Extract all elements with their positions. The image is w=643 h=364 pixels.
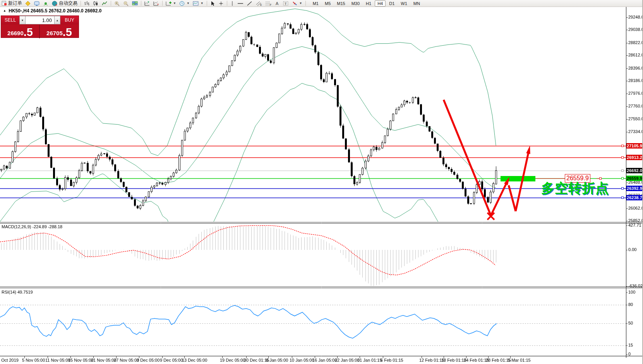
sell-price[interactable]: 26690 .5 [1,25,40,38]
new-order-button[interactable]: 新订单 [0,0,24,7]
signals-icon [43,1,49,6]
price-tick: 28612.0 [628,53,643,57]
timeframe-button-D1[interactable]: D1 [386,0,397,7]
buy-price[interactable]: 26705 .5 [40,25,79,38]
horizontal-line-button[interactable] [236,0,245,7]
price-tick: 26062.0 [628,206,643,210]
chart-title-symbol: HK50-,H4 [9,8,29,14]
time-label: 15 Nov 05:00 [68,358,93,362]
cn-annotation[interactable]: 多空转折点 [541,179,609,197]
crosshair-icon [218,1,224,6]
periods-button[interactable]: ▼ [178,0,191,7]
autotrading-button[interactable]: 自动交易 [50,0,79,7]
time-label: 19 Dec 05:00 [220,358,245,362]
toolbar-separator [162,1,163,6]
chevron-down-icon: ▼ [173,2,176,5]
arrows-button[interactable]: ▼ [290,0,304,7]
bar-chart-icon [84,1,90,6]
chart-title: ▲ HK50-,H4 26465.5 26762.0 26460.0 26692… [3,8,101,14]
rsi-scale-tick: 15 [628,343,633,347]
toolbar-separator [305,1,306,6]
quantity-down-button[interactable]: ▼ [19,16,26,24]
toolbar: 新订单 自动交易 ▼ ▼ [0,0,643,7]
time-label: 9 Dec 05:00 [160,358,183,362]
zoom-in-button[interactable] [113,0,122,7]
clock-icon [179,1,185,6]
text-label-button[interactable]: T [281,0,290,7]
macd-scale-tick: -636.02 [628,284,643,288]
scroll-to-end-button[interactable] [143,0,152,7]
vertical-line-icon [230,1,234,6]
macd-label: MACD(12,26,9) -224.89 -288.18 [2,224,62,229]
fibonacci-button[interactable]: F [264,0,273,7]
quantity-input[interactable]: 1.00 [26,16,54,24]
price-tick: 27760.0 [628,104,643,108]
candlestick-chart-button[interactable] [91,0,100,7]
svg-text:F: F [270,3,271,6]
sell-button[interactable]: SELL [1,16,19,24]
svg-text:E: E [260,3,262,6]
cursor-button[interactable] [209,0,217,7]
templates-icon [193,1,199,6]
toolbar-separator [227,1,227,6]
candlestick-chart-icon [93,1,99,6]
trendline-button[interactable] [245,0,254,7]
trendline-icon [247,1,252,6]
price-tag: 26559.9 [626,176,643,181]
price-tick: 25852.0 [628,218,643,223]
rsi-scale-tick: 100 [628,290,635,294]
autotrading-label: 自动交易 [59,0,77,7]
price-tick: 28822.0 [628,40,643,45]
rsi-label: RSI(14) 49.7519 [2,290,33,294]
rsi-name: RSI(14) [2,290,16,294]
symbol-triangle-icon: ▲ [3,9,6,12]
chart-shift-button[interactable] [152,0,161,7]
templates-button[interactable]: ▼ [191,0,205,7]
terminal-button[interactable] [33,0,41,7]
toolbar-separator [81,1,81,6]
price-tag: 26913.2 [626,155,643,160]
add-indicator-button[interactable]: ▼ [164,0,178,7]
signals-button[interactable] [41,0,50,7]
timeframe-button-M1[interactable]: M1 [310,0,321,7]
timeframe-button-W1[interactable]: W1 [398,0,410,7]
market-watch-button[interactable] [24,0,33,7]
zoom-out-button[interactable] [122,0,130,7]
text-button[interactable]: A [273,0,281,7]
zoom-out-icon [123,1,129,6]
line-chart-button[interactable] [100,0,109,7]
fibonacci-icon: F [265,1,272,6]
timeframe-button-H4[interactable]: H4 [375,0,386,7]
time-label: 24 Feb 01:15 [464,358,489,362]
timeframe-button-M30[interactable]: M30 [349,0,362,7]
rsi-scale-tick: 50 [628,321,633,325]
bar-chart-button[interactable] [82,0,91,7]
time-label: 16 Jan 05:00 [312,358,337,362]
horizontal-line-icon [237,1,243,6]
time-label: 22 Jan 05:00 [335,358,360,362]
timeframe-button-H1[interactable]: H1 [363,0,374,7]
quantity-up-button[interactable]: ▲ [54,16,60,24]
new-order-icon [2,1,7,6]
text-icon: A [275,1,280,6]
macd-scale-tick: 427.71 [628,223,641,227]
autotrading-icon [52,1,58,6]
timeframe-button-M15[interactable]: M15 [334,0,348,7]
time-label: 12 Feb 01:15 [419,358,444,362]
chevron-down-icon: ▼ [187,2,190,5]
crosshair-button[interactable] [217,0,225,7]
equidistant-channel-button[interactable]: E [254,0,264,7]
time-label: 21 Nov 05:00 [91,358,116,362]
cursor-icon [210,1,215,6]
rsi-scale-tick: 0 [628,352,631,356]
toolbar-separator [111,1,111,6]
time-label: 31 Jan 01:15 [357,358,382,362]
timeframe-button-M5[interactable]: M5 [322,0,333,7]
buy-button[interactable]: BUY [60,16,79,24]
tile-windows-button[interactable] [130,0,139,7]
price-tick: 27334.0 [628,129,643,134]
timeframe-group: M1M5M15M30H1H4D1W1MN [310,0,423,7]
timeframe-button-MN[interactable]: MN [411,0,423,7]
vertical-line-button[interactable] [229,0,236,7]
sell-price-main: 26690 [7,28,24,38]
